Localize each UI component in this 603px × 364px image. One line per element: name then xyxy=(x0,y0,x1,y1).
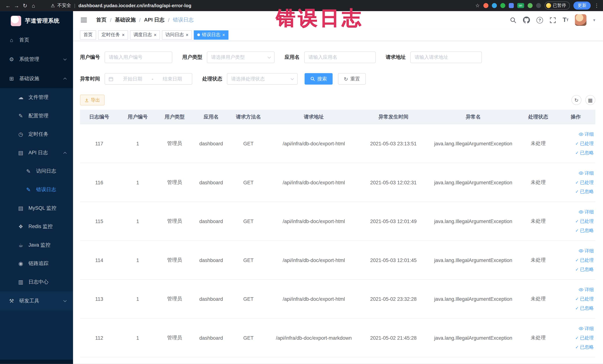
refresh-table-button[interactable]: ↻ xyxy=(571,95,581,105)
check-icon: ✓ xyxy=(575,150,579,155)
avatar-caret-icon[interactable]: ▾ xyxy=(593,17,595,23)
sidebar-item-system[interactable]: ⚙ 系统管理 xyxy=(0,50,73,69)
site-security[interactable]: ⚠ 不安全 xyxy=(51,2,71,9)
calendar-icon xyxy=(108,76,114,82)
sidebar-item-java[interactable]: ☕ Java 监控 xyxy=(0,236,73,254)
reload-icon[interactable]: ↻ xyxy=(21,2,29,9)
home-menu-icon: ⌂ xyxy=(9,37,15,43)
cell-user-type: 管理员 xyxy=(157,179,192,186)
exception-time-range[interactable]: 开始日期 - 结束日期 xyxy=(104,73,192,84)
reset-button[interactable]: ↻ 重置 xyxy=(338,73,366,84)
close-icon[interactable]: × xyxy=(186,33,188,37)
back-icon[interactable]: ← xyxy=(4,2,12,9)
detail-link[interactable]: 详细 xyxy=(579,286,594,293)
mark-ignored-link[interactable]: ✓ 已忽略 xyxy=(575,266,594,273)
hamburger-icon[interactable] xyxy=(80,16,88,24)
sidebar-item-file[interactable]: ☁ 文件管理 xyxy=(0,88,73,107)
close-icon[interactable]: × xyxy=(222,33,225,37)
breadcrumb-infra[interactable]: 基础设施 xyxy=(115,16,136,23)
close-icon[interactable]: × xyxy=(154,33,157,37)
mark-ignored-link[interactable]: ✓ 已忽略 xyxy=(575,188,594,195)
app-name-input[interactable] xyxy=(304,52,376,63)
status-select[interactable]: 请选择处理状态 xyxy=(227,73,298,84)
tab-access-log[interactable]: 访问日志 × xyxy=(162,30,192,39)
breadcrumb-home[interactable]: 首页 xyxy=(96,16,107,23)
sidebar-item-error-log[interactable]: ✎ 错误日志 xyxy=(0,180,73,199)
breadcrumb-separator: / xyxy=(110,17,111,23)
update-button[interactable]: 更新 xyxy=(573,1,591,10)
breadcrumb-api-log[interactable]: API 日志 xyxy=(144,16,165,23)
browser-menu-icon[interactable]: ⋮ xyxy=(594,3,599,9)
sidebar-item-access-log[interactable]: ✎ 访问日志 xyxy=(0,162,73,180)
home-icon[interactable]: ⌂ xyxy=(29,2,38,9)
sidebar-item-mysql[interactable]: ▤ MySQL 监控 xyxy=(0,199,73,218)
end-date-placeholder: 结束日期 xyxy=(156,76,188,82)
extension-icon-7[interactable] xyxy=(536,3,541,8)
detail-link[interactable]: 详细 xyxy=(579,170,594,176)
address-url[interactable]: dashboard.yudao.iocoder.cn/infra/log/api… xyxy=(78,3,191,8)
paused-pill[interactable]: 已暂停 xyxy=(545,1,570,10)
extension-icon-3[interactable] xyxy=(500,3,505,8)
sidebar-item-infra[interactable]: ⊞ 基础设施 xyxy=(0,69,73,88)
mark-processed-link[interactable]: ✓ 已处理 xyxy=(575,179,594,186)
sidebar-item-config[interactable]: ✎ 配置管理 xyxy=(0,107,73,125)
tab-home[interactable]: 首页 xyxy=(80,30,96,39)
search-button[interactable]: 搜索 xyxy=(304,73,333,84)
mark-processed-link[interactable]: ✓ 已处理 xyxy=(575,335,594,341)
avatar[interactable] xyxy=(575,14,587,26)
help-icon[interactable]: ? xyxy=(536,17,543,23)
search-icon[interactable] xyxy=(510,17,516,23)
extension-icon-1[interactable] xyxy=(483,3,488,8)
detail-link[interactable]: 详细 xyxy=(579,325,594,332)
logo[interactable]: 芋道管理系统 xyxy=(0,11,73,30)
fullscreen-icon[interactable] xyxy=(550,17,556,23)
export-button-label: 导出 xyxy=(91,97,100,103)
mark-processed-link[interactable]: ✓ 已处理 xyxy=(575,218,594,224)
extension-on-badge[interactable]: on xyxy=(517,3,524,8)
font-size-icon[interactable]: TT xyxy=(563,16,569,23)
close-icon[interactable]: × xyxy=(122,33,125,37)
tab-job-log[interactable]: 调度日志 × xyxy=(130,30,160,39)
mark-ignored-link[interactable]: ✓ 已忽略 xyxy=(575,344,594,350)
extension-icon-4[interactable] xyxy=(509,3,514,8)
sidebar-item-api-log[interactable]: ▤ API 日志 xyxy=(0,143,73,162)
check-icon: ✓ xyxy=(575,335,579,340)
sidebar-item-job[interactable]: ◷ 定时任务 xyxy=(0,125,73,143)
extension-icon-2[interactable] xyxy=(492,3,497,8)
ignored-label: 已忽略 xyxy=(580,150,594,156)
user-id-input[interactable] xyxy=(104,52,172,63)
mark-ignored-link[interactable]: ✓ 已忽略 xyxy=(575,305,594,311)
chevron-up-icon xyxy=(63,152,67,155)
sidebar-item-log-center[interactable]: ▥ 日志中心 xyxy=(0,273,73,291)
export-button[interactable]: 导出 xyxy=(80,94,105,105)
sidebar-item-devtools[interactable]: ⚒ 研发工具 xyxy=(0,291,73,310)
detail-link[interactable]: 详细 xyxy=(579,209,594,215)
reset-button-label: 重置 xyxy=(350,76,360,82)
detail-link[interactable]: 详细 xyxy=(579,131,594,137)
request-url-input[interactable] xyxy=(410,52,482,63)
bookmark-star-icon[interactable]: ☆ xyxy=(475,3,480,9)
mark-processed-link[interactable]: ✓ 已处理 xyxy=(575,140,594,147)
mark-processed-link[interactable]: ✓ 已处理 xyxy=(575,257,594,263)
tab-job[interactable]: 定时任务 × xyxy=(98,30,128,39)
forward-icon[interactable]: → xyxy=(12,2,21,9)
mark-ignored-link[interactable]: ✓ 已忽略 xyxy=(575,150,594,156)
sidebar-item-label: 访问日志 xyxy=(36,168,56,175)
extension-icon-6[interactable] xyxy=(527,3,532,8)
sidebar-item-redis[interactable]: ❖ Redis 监控 xyxy=(0,217,73,236)
sidebar-item-trace[interactable]: ◉ 链路追踪 xyxy=(0,254,73,273)
user-type-select[interactable]: 请选择用户类型 xyxy=(207,52,275,63)
column-settings-button[interactable]: ▦ xyxy=(585,95,595,105)
breadcrumb-current: 错误日志 xyxy=(173,16,194,23)
mark-ignored-link[interactable]: ✓ 已忽略 xyxy=(575,227,594,234)
table-row: 113 1 管理员 dashboard GET /api/infra/db-do… xyxy=(80,280,595,318)
detail-link[interactable]: 详细 xyxy=(579,247,594,254)
github-icon[interactable] xyxy=(523,16,530,23)
cell-exception-time: 2021-05-03 12:01:45 xyxy=(361,257,426,263)
filter-row-1: 用户编号 用户类型 请选择用户类型 应用名 请求地址 xyxy=(80,52,603,63)
sidebar-item-home[interactable]: ⌂ 首页 xyxy=(0,30,73,50)
ignored-label: 已忽略 xyxy=(580,266,594,273)
mark-processed-link[interactable]: ✓ 已处理 xyxy=(575,295,594,302)
tab-error-log[interactable]: 错误日志 × xyxy=(194,30,229,39)
eye-icon xyxy=(579,248,583,253)
